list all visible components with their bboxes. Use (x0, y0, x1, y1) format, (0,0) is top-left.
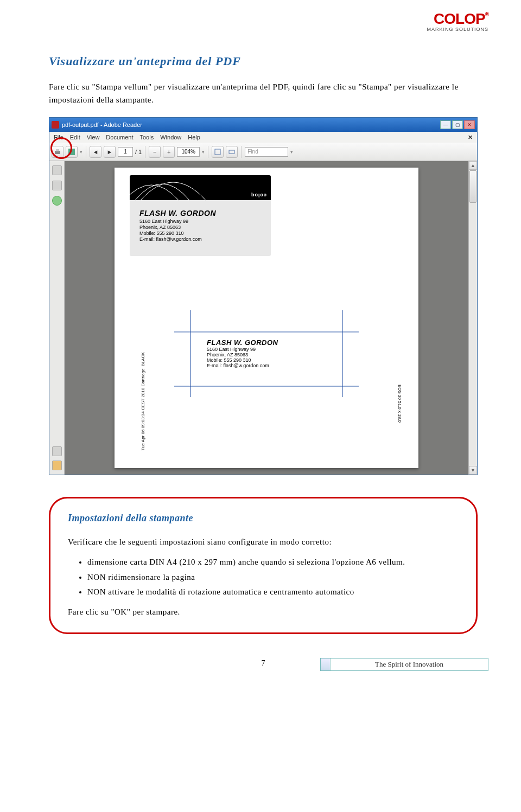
next-page-icon[interactable]: ► (104, 146, 116, 158)
scroll-down-icon[interactable]: ▼ (469, 466, 477, 475)
callout-outro: Fare clic su "OK" per stampare. (68, 606, 459, 618)
printer-settings-callout: Impostazioni della stampante Verificare … (49, 497, 478, 634)
zoom-in-icon[interactable]: + (163, 146, 175, 158)
menu-view[interactable]: View (87, 134, 100, 140)
side-panel (49, 161, 65, 475)
vertical-scrollbar[interactable]: ▲ ▼ (468, 161, 477, 475)
footer-slogan: The Spirit of Innovation (331, 658, 488, 670)
stamp2-line1: 5160 East Highway 99 (207, 347, 326, 352)
svg-rect-4 (229, 150, 234, 154)
bullet-1: dimensione carta DIN A4 (210 x 297 mm) a… (87, 556, 459, 568)
bullet-3: NON attivare le modalità di rotazione au… (87, 586, 459, 598)
page-number-input[interactable] (118, 147, 133, 157)
brand-text: COLOP (434, 10, 485, 27)
registered-mark: ® (485, 11, 488, 17)
brand-tagline: MARKING SOLUTIONS (427, 27, 488, 32)
stamp1-line3: Mobile: 555 290 310 (139, 231, 261, 236)
close-doc-icon[interactable]: ✕ (468, 134, 473, 141)
bullet-2: NON ridimensionare la pagina (87, 571, 459, 584)
prev-page-icon[interactable]: ◄ (90, 146, 101, 158)
help-icon[interactable] (52, 196, 62, 206)
intro-paragraph: Fare clic su "Stampa vellum" per visuali… (49, 80, 478, 106)
save-icon[interactable] (66, 146, 78, 158)
pages-panel-icon[interactable] (52, 165, 62, 175)
toolbar: ▾ ◄ ► / 1 − + ▾ ▾ (49, 143, 477, 161)
window-titlebar: pdf-output.pdf - Adobe Reader — ▢ ✕ (49, 118, 477, 132)
close-button[interactable]: ✕ (464, 120, 475, 129)
svg-rect-1 (56, 149, 59, 151)
footer-slogan-bar: The Spirit of Innovation (320, 658, 488, 671)
scroll-thumb[interactable] (469, 170, 476, 203)
callout-intro: Verificare che le seguenti impostazioni … (68, 536, 459, 548)
stamp1-name: FLASH W. GORDON (139, 209, 261, 219)
brand-logo: COLOP® MARKING SOLUTIONS (427, 12, 488, 32)
menu-edit[interactable]: Edit (70, 134, 80, 140)
stamp-imprint-2-area: FLASH W. GORDON 5160 East Highway 99 Pho… (115, 305, 418, 402)
stamp2-line4: E-mail: flash@w.gordon.com (207, 363, 326, 368)
zoom-input[interactable] (177, 147, 200, 157)
stamp2-name: FLASH W. GORDON (207, 338, 326, 347)
stamp1-line4: E-mail: flash@w.gordon.com (139, 236, 261, 242)
minimize-button[interactable]: — (440, 120, 451, 129)
stamp1-line1: 5160 East Highway 99 (139, 219, 261, 225)
attachments-icon[interactable] (52, 446, 62, 456)
callout-bullet-list: dimensione carta DIN A4 (210 x 297 mm) a… (87, 556, 459, 598)
section-heading: Visualizzare un'anteprima del PDF (49, 54, 478, 68)
scroll-up-icon[interactable]: ▲ (469, 161, 477, 170)
fit-width-icon[interactable] (226, 146, 238, 158)
pdf-page: Tue Apr 06 09:03:34 CEST 2010 Cartridge:… (115, 168, 418, 468)
menu-tools[interactable]: Tools (140, 134, 154, 140)
callout-heading: Impostazioni della stampante (68, 513, 459, 524)
menu-help[interactable]: Help (188, 134, 200, 140)
stamp-imprint-1: coloq FLASH W. GORDON 5160 East Highway … (130, 175, 271, 256)
menu-bar: File Edit View Document Tools Window Hel… (49, 132, 477, 143)
page-total: / 1 (135, 149, 142, 155)
bookmarks-panel-icon[interactable] (52, 181, 62, 190)
stamp2-line2: Phoenix, AZ 85063 (207, 352, 326, 357)
comments-icon[interactable] (52, 461, 62, 470)
maximize-button[interactable]: ▢ (452, 120, 463, 129)
print-icon[interactable] (52, 146, 63, 158)
window-title: pdf-output.pdf - Adobe Reader (62, 122, 142, 128)
app-icon (52, 121, 59, 129)
find-input[interactable] (245, 147, 288, 157)
svg-rect-2 (68, 149, 75, 155)
page-footer: 7 The Spirit of Innovation (49, 659, 478, 668)
menu-document[interactable]: Document (106, 134, 133, 140)
page-viewport[interactable]: Tue Apr 06 09:03:34 CEST 2010 Cartridge:… (65, 161, 468, 475)
fit-page-icon[interactable] (212, 146, 224, 158)
menu-window[interactable]: Window (160, 134, 181, 140)
adobe-reader-window: pdf-output.pdf - Adobe Reader — ▢ ✕ File… (49, 117, 478, 475)
svg-rect-3 (215, 149, 220, 155)
stamp2-line3: Mobile: 555 290 310 (207, 357, 326, 363)
stamp-brand-mark: coloq (251, 193, 266, 198)
footer-knob (321, 658, 331, 670)
menu-file[interactable]: File (54, 134, 63, 140)
zoom-out-icon[interactable]: − (149, 146, 161, 158)
stamp1-line2: Phoenix, AZ 85063 (139, 225, 261, 231)
